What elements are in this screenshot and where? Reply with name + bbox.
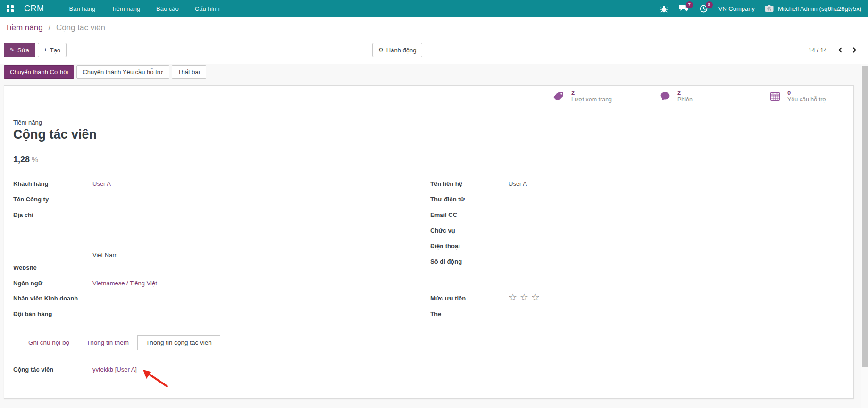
priority-stars: ☆ ☆ ☆ [509,292,540,305]
edit-button-label: Sửa [17,47,29,54]
convert-to-ticket-button[interactable]: Chuyển thành Yêu cầu hỗ trợ [76,65,169,79]
sessions-count: 2 [677,89,693,96]
tickets-label: Yêu cầu hỗ trợ [787,96,826,103]
app-brand[interactable]: CRM [24,4,44,14]
field-row-salesperson: Nhân viên Kinh doanh [13,295,92,305]
avatar-camera-icon [764,4,774,14]
customer-value-link[interactable]: User A [92,180,111,191]
customer-label: Khách hàng [13,180,92,191]
main-menu: Bán hàng Tiềm năng Báo cáo Cấu hình [63,0,226,17]
field-row-customer: Khách hàng User A [13,180,111,191]
field-row-phone: Điện thoại [430,242,509,253]
debug-bug-icon[interactable] [659,4,669,14]
tags-icon [552,90,565,102]
messages-badge: 7 [686,1,693,8]
star-icon-1[interactable]: ☆ [509,292,517,305]
lead-action-statusbar: Chuyển thành Cơ hội Chuyển thành Yêu cầu… [4,65,206,79]
top-navbar: CRM Bán hàng Tiềm năng Báo cáo Cấu hình [0,0,868,17]
probability-number: 1,28 [13,155,30,164]
field-row-country: Việt Nam [92,251,117,262]
activities-badge: 8 [706,1,713,8]
right-fields-separator [505,177,505,270]
tab-partner-info[interactable]: Thông tin cộng tác viên [137,335,220,350]
field-row-address: Địa chỉ [13,211,92,222]
tags-label: Thẻ [430,310,509,321]
messages-icon[interactable]: 7 [679,4,689,14]
salesperson-label: Nhân viên Kinh doanh [13,295,92,305]
control-panel: Tiềm năng / Cộng tác viên ✎ Sửa + Tạo ⚙ … [0,17,868,64]
pencil-icon: ✎ [10,47,15,53]
email-cc-label: Email CC [430,211,509,222]
job-position-label: Chức vụ [430,227,509,237]
contact-name-label: Tên liên hệ [430,180,509,191]
priority-label: Mức ưu tiên [430,295,509,305]
crm-lead-form-screen: CRM Bán hàng Tiềm năng Báo cáo Cấu hình [0,0,868,408]
breadcrumb-current: Cộng tác viên [56,23,105,32]
notebook-tabbar: Ghi chú nội bộ Thông tin thêm Thông tin … [13,335,723,350]
form-buttons: ✎ Sửa + Tạo [4,43,67,57]
company-switcher[interactable]: VN Company [718,5,755,12]
page-views-label: Lượt xem trang [571,96,612,103]
address-label: Địa chỉ [13,211,92,222]
record-pager: 14 / 14 [808,43,861,57]
red-annotation-arrow [138,366,173,390]
chevron-right-icon [851,47,857,53]
chevron-left-icon [837,47,843,53]
edit-button[interactable]: ✎ Sửa [4,43,35,57]
sessions-label: Phiên [677,96,693,103]
partner-label: Cộng tác viên [13,366,92,376]
calendar-icon [769,91,781,102]
scrollbar-thumb[interactable] [862,66,868,367]
menu-configuration[interactable]: Cấu hình [189,0,226,17]
mark-lost-button[interactable]: Thất bại [172,65,206,79]
activities-clock-icon[interactable]: 8 [699,4,709,14]
breadcrumb-leads-link[interactable]: Tiềm năng [5,23,43,32]
company-name-label: Tên Công ty [13,196,92,206]
menu-sales[interactable]: Bán hàng [63,0,102,17]
field-row-tags: Thẻ [430,310,509,321]
email-label: Thư điện tử [430,196,509,206]
field-row-website: Website [13,264,92,275]
website-label: Website [13,264,92,275]
tab-extra-info[interactable]: Thông tin thêm [78,335,137,350]
breadcrumb: Tiềm năng / Cộng tác viên [5,23,105,33]
pager-counter: 14 / 14 [808,47,827,54]
probability-percent-sign: % [32,156,38,164]
form-sheet: 2 Lượt xem trang 2 Phiên [4,85,854,399]
tickets-stat-button[interactable]: 0 Yêu cầu hỗ trợ [754,86,853,107]
sessions-stat-button[interactable]: 2 Phiên [644,86,754,107]
stat-button-box: 2 Lượt xem trang 2 Phiên [537,86,853,107]
comment-icon [659,91,671,102]
field-row-language: Ngôn ngữ Vietnamese / Tiếng Việt [13,280,157,290]
pager-previous-button[interactable] [833,43,847,57]
apps-menu-icon[interactable] [7,5,14,12]
field-row-company-name: Tên Công ty [13,196,92,206]
pager-next-button[interactable] [847,43,861,57]
partner-value-link[interactable]: yvfekkb [User A] [92,366,137,376]
action-button-label: Hành động [386,47,417,54]
star-icon-3[interactable]: ☆ [531,292,540,305]
field-row-sales-team: Đội bán hàng [13,310,92,321]
plus-icon: + [44,47,47,53]
menu-reporting[interactable]: Báo cáo [150,0,185,17]
user-menu[interactable]: Mitchell Admin (sq6ha26gty5x) [764,4,861,14]
breadcrumb-separator: / [48,23,50,32]
field-row-job-position: Chức vụ [430,227,509,237]
field-row-mobile: Số di động [430,258,509,268]
menu-leads[interactable]: Tiềm năng [105,0,146,17]
phone-label: Điện thoại [430,242,509,253]
vertical-scrollbar[interactable]: ▲ [861,58,868,408]
field-row-priority: Mức ưu tiên ☆ ☆ ☆ [430,295,540,305]
convert-to-opportunity-button[interactable]: Chuyển thành Cơ hội [4,65,74,79]
tab-internal-notes[interactable]: Ghi chú nội bộ [20,335,78,350]
systray: 7 8 VN Company [659,4,868,14]
language-label: Ngôn ngữ [13,280,92,290]
user-name: Mitchell Admin (sq6ha26gty5x) [778,5,861,12]
action-menu-button[interactable]: ⚙ Hành động [372,43,422,57]
star-icon-2[interactable]: ☆ [520,292,528,305]
field-row-contact-name: Tên liên hệ User A [430,180,527,191]
language-value-link[interactable]: Vietnamese / Tiếng Việt [92,280,157,290]
page-views-stat-button[interactable]: 2 Lượt xem trang [537,86,644,107]
mobile-label: Số di động [430,258,509,268]
create-button[interactable]: + Tạo [38,43,67,57]
